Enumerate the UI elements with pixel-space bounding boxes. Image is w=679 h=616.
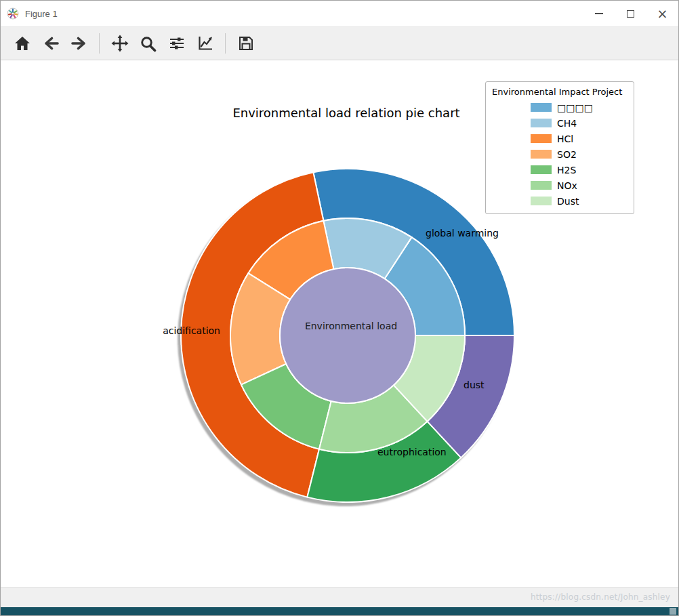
pan-icon [111,35,129,52]
bottom-bar [1,607,678,615]
matplotlib-logo-icon [7,7,19,20]
edit-axes-button[interactable] [194,33,216,55]
legend-entry-1: CH4 [491,115,628,131]
minimize-button[interactable] [583,1,615,26]
watermark-text: https://blog.csdn.net/John_ashley [531,592,670,602]
toolbar [1,26,678,60]
titlebar[interactable]: Figure 1 × [1,1,678,26]
zoom-button[interactable] [137,33,159,55]
legend-swatch-icon [531,103,552,112]
legend-swatch-icon [531,119,552,127]
legend-entry-label: NOx [557,180,577,191]
resize-grip[interactable] [670,608,676,615]
wedge-label-eutrophication: eutrophication [377,447,447,457]
legend-swatch-icon [531,150,552,159]
legend-entry-label: SO2 [557,149,577,160]
legend-entry-label: Dust [557,196,579,207]
close-icon: × [657,7,668,20]
toolbar-separator [99,33,100,54]
legend-swatch-icon [531,181,552,190]
minimize-icon [595,13,603,14]
home-button[interactable] [11,33,33,55]
wedge-label-dust: dust [464,379,485,390]
legend-entry-6: Dust [491,193,628,209]
zoom-icon [140,35,157,52]
window-title: Figure 1 [25,9,58,19]
legend: Environmental Impact Project □□□□CH4HClS… [485,81,634,214]
legend-entry-label: □□□□ [557,102,593,113]
legend-swatch-icon [531,134,552,143]
legend-entry-4: H2S [491,162,628,178]
figure-window: Figure 1 × Environmental load relation p… [0,0,679,616]
legend-entry-0: □□□□ [491,100,628,115]
forward-button[interactable] [68,33,90,55]
legend-entry-5: NOx [491,178,628,193]
forward-icon [71,35,87,52]
back-button[interactable] [39,33,62,55]
wedge-label-acidification: acidification [163,325,220,336]
back-icon [43,35,59,52]
edit-axes-icon [197,35,213,52]
save-icon [238,35,254,52]
pan-button[interactable] [108,33,131,55]
legend-entry-label: CH4 [557,118,577,129]
window-controls: × [583,1,678,26]
configure-subplots-icon [169,35,185,52]
legend-entries: □□□□CH4HClSO2H2SNOxDust [491,100,628,209]
pie-center-label: Environmental load [305,321,397,331]
legend-swatch-icon [531,197,552,205]
legend-entry-label: HCl [557,134,573,144]
wedge-label-global-warming: global warming [426,228,499,239]
legend-swatch-icon [531,165,552,174]
close-button[interactable]: × [646,1,678,26]
save-button[interactable] [234,33,257,55]
pie-center [280,268,415,403]
maximize-button[interactable] [615,1,646,26]
figure-canvas[interactable]: Environmental load relation pie chart gl… [1,60,678,587]
legend-entry-2: HCl [491,131,628,146]
configure-subplots-button[interactable] [165,33,188,55]
maximize-icon [627,10,634,18]
legend-entry-label: H2S [557,165,576,176]
status-bar: https://blog.csdn.net/John_ashley [1,587,678,607]
legend-title: Environmental Impact Project [491,86,628,100]
legend-entry-3: SO2 [491,146,628,162]
home-icon [14,35,30,52]
toolbar-separator [225,33,226,54]
